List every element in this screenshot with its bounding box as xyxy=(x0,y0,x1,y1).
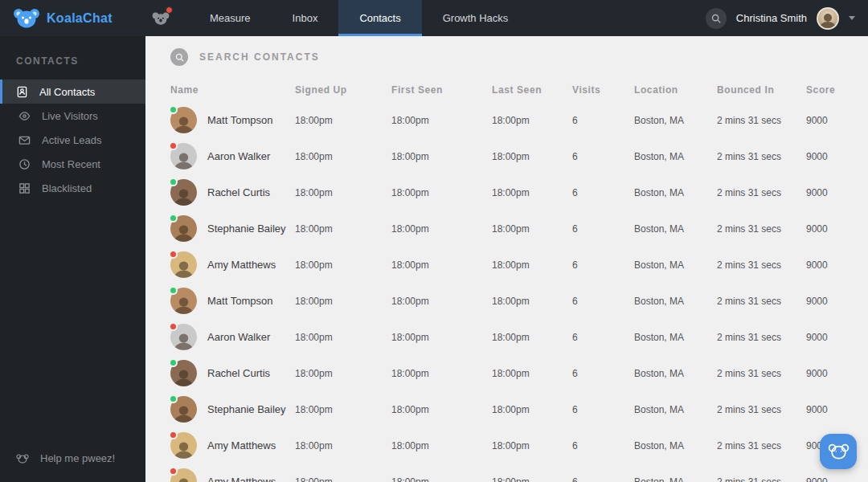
last-seen-cell: 18:00pm xyxy=(492,440,572,451)
table-row[interactable]: Stephanie Bailey 18:00pm 18:00pm 18:00pm… xyxy=(145,391,868,427)
last-seen-cell: 18:00pm xyxy=(492,404,572,415)
avatar xyxy=(170,396,197,423)
column-header-location[interactable]: Location xyxy=(634,84,717,96)
column-header-score[interactable]: Score xyxy=(806,84,852,96)
location-cell: Boston, MA xyxy=(634,368,717,379)
chevron-down-icon[interactable] xyxy=(849,16,855,20)
tab-contacts[interactable]: Contacts xyxy=(338,0,421,36)
search-contacts-input[interactable] xyxy=(199,51,868,63)
status-dot xyxy=(169,286,178,295)
contact-name: Rachel Curtis xyxy=(207,367,270,379)
koala-notification-icon[interactable] xyxy=(150,8,171,29)
user-avatar[interactable] xyxy=(817,7,839,30)
sidebar-item-active-leads[interactable]: Active Leads xyxy=(0,128,145,152)
column-header-last-seen[interactable]: Last Seen xyxy=(492,84,572,96)
first-seen-cell: 18:00pm xyxy=(391,151,492,162)
visits-cell: 6 xyxy=(572,332,634,343)
visits-cell: 6 xyxy=(572,296,634,307)
signed-up-cell: 18:00pm xyxy=(295,223,391,235)
status-dot xyxy=(169,394,178,403)
table-row[interactable]: Matt Tompson 18:00pm 18:00pm 18:00pm 6 B… xyxy=(145,102,868,138)
signed-up-cell: 18:00pm xyxy=(295,115,391,126)
brand[interactable]: KoalaChat xyxy=(0,0,145,36)
column-header-visits[interactable]: Visits xyxy=(572,84,634,96)
table-row[interactable]: Amy Matthews 18:00pm 18:00pm 18:00pm 6 B… xyxy=(145,464,868,482)
person-silhouette-icon xyxy=(174,115,194,133)
user-name[interactable]: Christina Smith xyxy=(736,12,807,24)
signed-up-cell: 18:00pm xyxy=(295,476,391,482)
sidebar-item-blacklisted[interactable]: Blacklisted xyxy=(0,176,145,200)
score-cell: 9000 xyxy=(806,151,852,162)
score-cell: 9000 xyxy=(806,115,852,126)
envelope-icon xyxy=(18,134,31,146)
chat-fab[interactable] xyxy=(820,434,857,469)
status-dot xyxy=(169,358,178,367)
sidebar-item-label: Blacklisted xyxy=(42,182,92,194)
table-row[interactable]: Aaron Walker 18:00pm 18:00pm 18:00pm 6 B… xyxy=(145,138,868,174)
contact-name: Matt Tompson xyxy=(207,114,272,126)
contact-name: Aaron Walker xyxy=(207,150,270,162)
contact-name: Stephanie Bailey xyxy=(207,403,286,415)
last-seen-cell: 18:00pm xyxy=(492,332,572,343)
visits-cell: 6 xyxy=(572,476,634,482)
score-cell: 9000 xyxy=(806,259,852,271)
eye-icon xyxy=(18,110,31,122)
contact-name: Matt Tompson xyxy=(207,295,272,307)
score-cell: 9000 xyxy=(806,296,852,307)
last-seen-cell: 18:00pm xyxy=(492,476,572,482)
bounced-cell: 2 mins 31 secs xyxy=(717,115,806,126)
sidebar-item-all-contacts[interactable]: All Contacts xyxy=(0,80,145,104)
table-header: Name Signed Up First Seen Last Seen Visi… xyxy=(145,78,868,102)
score-cell: 9000 xyxy=(806,332,852,343)
tab-growth-hacks[interactable]: Growth Hacks xyxy=(422,0,530,36)
status-dot xyxy=(169,178,178,186)
table-row[interactable]: Amy Matthews 18:00pm 18:00pm 18:00pm 6 B… xyxy=(145,247,868,283)
bounced-cell: 2 mins 31 secs xyxy=(717,296,806,307)
location-cell: Boston, MA xyxy=(634,223,717,235)
tab-inbox[interactable]: Inbox xyxy=(272,0,339,36)
help-link[interactable]: Help me pweez! xyxy=(16,452,115,464)
bounced-cell: 2 mins 31 secs xyxy=(717,476,806,482)
notification-badge xyxy=(166,6,173,14)
column-header-first-seen[interactable]: First Seen xyxy=(391,84,492,96)
column-header-bounced-in[interactable]: Bounced In xyxy=(717,84,806,96)
last-seen-cell: 18:00pm xyxy=(492,259,572,271)
bounced-cell: 2 mins 31 secs xyxy=(717,187,806,198)
visits-cell: 6 xyxy=(572,187,634,198)
avatar xyxy=(170,179,197,206)
avatar xyxy=(170,360,197,386)
location-cell: Boston, MA xyxy=(634,296,717,307)
clock-icon xyxy=(18,158,31,170)
sidebar-item-live-visitors[interactable]: Live Visitors xyxy=(0,104,145,128)
table-row[interactable]: Rachel Curtis 18:00pm 18:00pm 18:00pm 6 … xyxy=(145,174,868,210)
bounced-cell: 2 mins 31 secs xyxy=(717,404,806,415)
table-row[interactable]: Aaron Walker 18:00pm 18:00pm 18:00pm 6 B… xyxy=(145,319,868,355)
status-dot xyxy=(169,141,178,150)
search-button[interactable] xyxy=(706,8,727,29)
table-row[interactable]: Rachel Curtis 18:00pm 18:00pm 18:00pm 6 … xyxy=(145,355,868,391)
table-row[interactable]: Stephanie Bailey 18:00pm 18:00pm 18:00pm… xyxy=(145,210,868,247)
person-silhouette-icon xyxy=(174,151,194,170)
table-row[interactable]: Amy Matthews 18:00pm 18:00pm 18:00pm 6 B… xyxy=(145,427,868,464)
sidebar-item-label: Most Recent xyxy=(42,158,100,170)
koala-chat-icon xyxy=(828,443,850,460)
last-seen-cell: 18:00pm xyxy=(492,223,572,235)
sidebar-item-most-recent[interactable]: Most Recent xyxy=(0,152,145,176)
table-row[interactable]: Matt Tompson 18:00pm 18:00pm 18:00pm 6 B… xyxy=(145,283,868,319)
avatar xyxy=(170,288,197,314)
signed-up-cell: 18:00pm xyxy=(295,296,391,307)
visits-cell: 6 xyxy=(572,223,634,235)
score-cell: 9000 xyxy=(806,476,852,482)
tab-measure[interactable]: Measure xyxy=(189,0,272,36)
grid-icon xyxy=(18,182,31,194)
column-header-name[interactable]: Name xyxy=(170,84,295,96)
first-seen-cell: 18:00pm xyxy=(391,259,492,271)
signed-up-cell: 18:00pm xyxy=(295,404,391,415)
contact-name: Amy Matthews xyxy=(207,439,276,451)
bounced-cell: 2 mins 31 secs xyxy=(717,259,806,271)
signed-up-cell: 18:00pm xyxy=(295,259,391,271)
person-silhouette-icon xyxy=(174,440,194,459)
avatar xyxy=(170,215,197,242)
column-header-signed-up[interactable]: Signed Up xyxy=(295,84,391,96)
person-silhouette-icon xyxy=(174,368,194,386)
